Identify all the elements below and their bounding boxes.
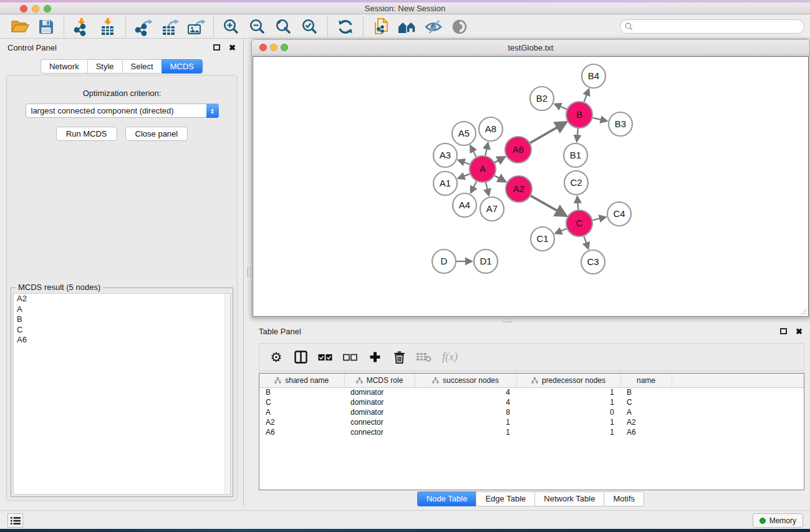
tab-network-table[interactable]: Network Table [534,491,604,506]
cell-predecessor-nodes[interactable]: 1 [516,397,620,407]
cell-name[interactable]: A6 [620,427,672,437]
export-network-button[interactable] [133,17,154,37]
node-A[interactable]: A [470,156,496,182]
cell-predecessor-nodes[interactable]: 1 [516,417,620,427]
cell-name[interactable]: A [620,407,672,417]
node-A8[interactable]: A8 [479,117,503,141]
node-A7[interactable]: A7 [480,197,504,221]
node-C1[interactable]: C1 [531,227,554,251]
tab-edge-table[interactable]: Edge Table [476,491,534,506]
cell-MCDS-role[interactable]: dominator [344,397,415,407]
cell-MCDS-role[interactable]: dominator [344,407,415,417]
result-list-item[interactable]: A [14,304,230,315]
node-A1[interactable]: A1 [433,172,457,195]
minimize-window-button[interactable] [32,5,39,12]
result-list-item[interactable]: C [14,325,230,336]
memory-button[interactable]: Memory [753,513,803,528]
column-header-predecessor-nodes[interactable]: predecessor nodes [516,374,620,387]
edge-A-A6[interactable] [494,157,505,162]
save-session-button[interactable] [36,17,57,37]
network-maximize-button[interactable] [281,44,288,51]
cell-successor-nodes[interactable]: 8 [415,407,516,417]
edge-B-B4[interactable] [584,89,589,102]
settings-button[interactable]: ⚙ [269,350,283,365]
edge-A2-C[interactable] [531,196,566,216]
edge-C-C2[interactable] [577,196,579,210]
export-table-button[interactable] [159,17,180,37]
column-header-successor-nodes[interactable]: successor nodes [415,374,516,387]
edge-C-C1[interactable] [555,229,566,234]
table-row[interactable]: Cdominator41C [259,397,804,407]
search-box[interactable] [620,19,804,34]
refresh-layout-button[interactable] [335,17,356,37]
cell-predecessor-nodes[interactable]: 0 [516,407,620,417]
cell-shared-name[interactable]: B [259,387,344,397]
window-resize-grip[interactable] [798,306,807,315]
edge-B-B3[interactable] [592,118,607,121]
node-B1[interactable]: B1 [564,143,587,167]
edge-A-A7[interactable] [486,182,489,195]
node-C3[interactable]: C3 [581,250,605,274]
float-panel-icon[interactable] [213,44,220,51]
zoom-out-button[interactable] [247,17,268,37]
cell-name[interactable]: A2 [620,417,672,427]
edge-A-A3[interactable] [458,160,470,165]
node-A5[interactable]: A5 [452,122,476,145]
maximize-window-button[interactable] [44,5,51,12]
result-list-scrollbar[interactable] [224,294,230,494]
run-mcds-button[interactable]: Run MCDS [56,127,117,141]
float-table-panel-icon[interactable] [780,328,787,334]
edge-A-A4[interactable] [471,181,476,193]
node-C2[interactable]: C2 [564,171,588,195]
tab-network[interactable]: Network [41,59,87,74]
close-panel-icon[interactable]: ✖ [229,44,236,52]
cell-successor-nodes[interactable]: 4 [415,387,516,397]
import-table-button[interactable] [97,17,118,37]
network-graph[interactable]: AA1A2A3A4A5A6A7A8BB1B2B3B4CC1C2C3C4DD1 [253,57,809,318]
cell-successor-nodes[interactable]: 4 [415,397,516,407]
cell-shared-name[interactable]: A [259,407,344,417]
birdseye-view-button[interactable] [397,17,418,37]
function-builder-button[interactable]: f(x) [442,350,458,365]
close-window-button[interactable] [20,5,27,12]
edge-C-C3[interactable] [584,236,588,249]
node-A4[interactable]: A4 [453,193,476,217]
cell-shared-name[interactable]: A2 [259,417,344,427]
splitter-handle-vertical[interactable] [247,268,251,277]
select-all-checkboxes-button[interactable] [318,350,332,365]
tab-style[interactable]: Style [87,59,122,74]
zoom-selected-button[interactable] [299,17,321,37]
cell-MCDS-role[interactable]: dominator [344,387,415,397]
task-history-button[interactable] [7,513,23,528]
close-table-panel-icon[interactable]: ✖ [796,327,803,336]
close-panel-button[interactable]: Close panel [125,127,188,141]
node-A3[interactable]: A3 [433,143,457,167]
edge-B-B1[interactable] [577,128,578,142]
edge-A-A2[interactable] [494,176,506,182]
zoom-fit-button[interactable] [273,17,294,37]
show-graphics-details-button[interactable] [449,17,470,37]
cell-predecessor-nodes[interactable]: 1 [516,387,620,397]
cell-MCDS-role[interactable]: connector [344,427,415,437]
import-network-button[interactable] [71,17,92,37]
column-header-MCDS-role[interactable]: MCDS role [344,374,415,387]
criterion-dropdown[interactable]: largest connected component (directed) ▲… [26,104,219,118]
table-row[interactable]: A2connector11A2 [259,417,804,427]
edge-A-A1[interactable] [458,174,470,178]
node-B3[interactable]: B3 [609,112,632,136]
table-row[interactable]: A6connector11A6 [259,427,804,437]
tab-motifs[interactable]: Motifs [604,491,644,506]
edge-C-C4[interactable] [592,217,605,220]
edge-B-B2[interactable] [554,104,567,110]
node-C4[interactable]: C4 [607,202,631,226]
edge-A6-B[interactable] [530,122,566,143]
delete-column-button[interactable] [392,350,406,365]
column-header-shared-name[interactable]: shared name [259,374,344,387]
column-header-name[interactable]: name [620,374,672,387]
table-row[interactable]: Adominator80A [259,407,804,417]
result-list-item[interactable]: A2 [14,294,230,304]
node-A6[interactable]: A6 [505,137,531,163]
tab-node-table[interactable]: Node Table [417,491,476,506]
edge-A-A5[interactable] [470,145,476,157]
node-D1[interactable]: D1 [474,249,498,273]
